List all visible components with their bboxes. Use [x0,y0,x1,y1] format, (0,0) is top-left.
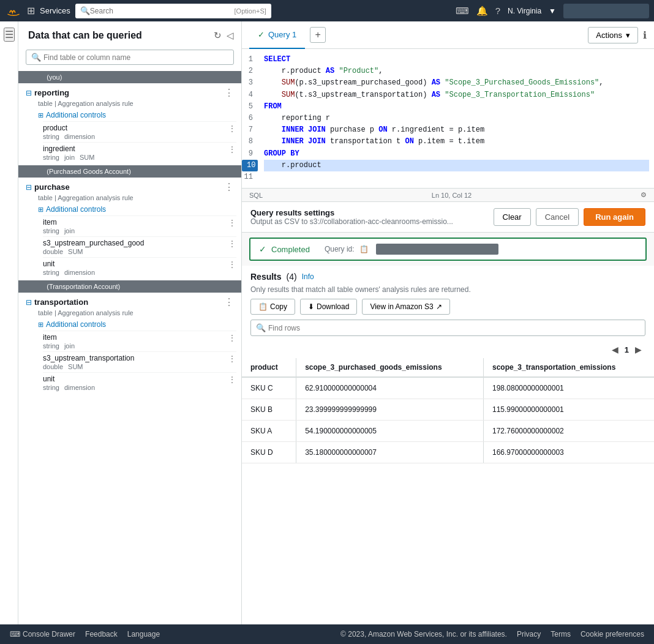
additional-controls-icon-2: ⊞ [38,206,43,214]
bell-icon[interactable]: 🔔 [476,6,488,17]
run-again-button[interactable]: Run again [584,208,645,226]
additional-controls-icon: ⊞ [38,111,43,119]
table-row: SKU B 23.399999999999999 115.99000000000… [242,399,654,421]
col-tag-ti: join [64,342,75,350]
help-icon[interactable]: ? [495,6,500,16]
cancel-button[interactable]: Cancel [536,208,579,226]
collapse-table-purchase[interactable]: ⊟ [26,183,32,192]
clear-button[interactable]: Clear [494,208,531,226]
column-more-product[interactable]: ⋮ [228,124,236,133]
find-rows-box[interactable]: 🔍 [250,320,645,336]
download-button[interactable]: ⬇ Download [300,299,357,315]
results-section: Results (4) Info Only results that match… [242,266,654,624]
cookie-prefs-link[interactable]: Cookie preferences [581,630,644,638]
toggle-nav-button[interactable]: ☰ [4,28,15,42]
line-num-1: 1 [242,54,258,66]
region-selector[interactable]: N. Virginia [508,7,541,15]
column-more-unit-p[interactable]: ⋮ [228,260,236,269]
col-name-unit-p: unit [43,260,228,268]
code-lines[interactable]: SELECT r.product AS "Product", SUM(p.s3_… [264,54,654,183]
results-actions: 📋 Copy ⬇ Download View in Amazon S3 ↗ [242,299,654,320]
copy-button[interactable]: 📋 Copy [250,299,295,315]
line-num-2: 2 [242,66,258,77]
services-link[interactable]: Services [40,6,70,15]
table-more-purchase[interactable]: ⋮ [224,181,234,193]
tab-check-icon: ✓ [258,30,265,39]
view-s3-button[interactable]: View in Amazon S3 ↗ [362,299,449,315]
column-more-ti[interactable]: ⋮ [228,333,236,343]
code-line-4: SUM(t.s3_upstream_transportation) AS "Sc… [264,89,649,101]
tabs-bar: ✓ Query 1 + Actions ▾ ℹ [242,21,654,49]
find-rows-input[interactable] [268,324,640,332]
line-num-4: 4 [242,89,258,101]
additional-controls-label[interactable]: Additional controls [46,111,106,119]
feedback-link[interactable]: Feedback [85,630,118,638]
settings-icon[interactable]: ⚙ [641,191,647,199]
cursor-pos: Ln 10, Col 12 [432,192,472,199]
aws-logo [5,6,22,17]
column-tag-ingredient-1: SUM [80,154,94,161]
additional-controls-label-3[interactable]: Additional controls [46,320,106,329]
column-more[interactable]: ⋮ [228,218,236,228]
add-tab-button[interactable]: + [310,27,326,43]
column-left-product: product string dimension [43,124,228,140]
collapse-table-reporting[interactable]: ⊟ [26,89,32,97]
column-tags-product: string dimension [43,133,228,140]
code-line-5: FROM [264,101,649,113]
additional-controls-label-2[interactable]: Additional controls [46,205,106,214]
console-drawer-button[interactable]: ⌨ Console Drawer [10,630,75,638]
language-link[interactable]: Language [127,630,160,638]
copy-id-button[interactable]: 📋 [359,245,369,253]
column-more-s3t[interactable]: ⋮ [228,354,236,364]
privacy-link[interactable]: Privacy [517,630,541,638]
table-name-transportation: transportation [34,298,222,307]
table-row: SKU C 62.910000000000004 198.08000000000… [242,377,654,399]
table-more-reporting[interactable]: ⋮ [224,87,234,99]
code-editor: 1 2 3 4 5 6 7 8 9 10 11 SELECT r.product… [242,49,654,202]
line-num-9: 9 [242,148,258,160]
account-selector[interactable] [563,4,649,18]
additional-controls-reporting[interactable]: ⊞ Additional controls [38,109,236,121]
table-item-purchase: ⊟ purchase ⋮ table | Aggregation analysi… [26,179,236,278]
grid-icon[interactable]: ⊞ [27,5,35,17]
additional-controls-transport[interactable]: ⊞ Additional controls [38,318,236,331]
info-button[interactable]: ℹ [643,29,647,41]
tab-query1[interactable]: ✓ Query 1 [249,21,305,49]
top-nav: ⊞ Services 🔍 [Option+S] ⌨ 🔔 ? N. Virgini… [0,0,654,21]
view-s3-label: View in Amazon S3 [370,302,433,311]
col-name-s3p: s3_upstream_purchased_good [43,239,228,247]
cell-product: SKU C [242,377,296,399]
download-icon: ⬇ [308,302,314,311]
search-icon: 🔍 [31,53,41,62]
actions-button[interactable]: Actions ▾ [588,27,638,43]
results-header: Results (4) Info [242,266,654,285]
search-input[interactable] [90,7,232,15]
column-more-ingredient[interactable]: ⋮ [228,144,236,154]
collapse-button[interactable]: ◁ [227,30,234,41]
collapse-table-transport[interactable]: ⊟ [26,298,32,307]
region-arrow: ▼ [549,7,556,15]
results-subtitle: Only results that match all table owners… [242,285,654,299]
refresh-button[interactable]: ↻ [214,30,222,41]
code-line-6: reporting r [264,113,649,124]
terminal-icon[interactable]: ⌨ [456,6,469,17]
results-info-link[interactable]: Info [302,272,314,281]
cell-product: SKU A [242,421,296,442]
completed-bar: ✓ Completed Query id: 📋 [249,238,647,261]
column-search-box[interactable]: 🔍 [26,50,234,65]
search-icon: 🔍 [80,6,90,15]
column-more-s3p[interactable]: ⋮ [228,239,236,249]
column-more-unit-t[interactable]: ⋮ [228,375,236,384]
prev-page-button[interactable]: ◀ [608,343,622,356]
code-area[interactable]: 1 2 3 4 5 6 7 8 9 10 11 SELECT r.product… [242,49,654,188]
additional-controls-purchase[interactable]: ⊞ Additional controls [38,203,236,215]
code-line-1: SELECT [264,54,649,66]
global-search[interactable]: 🔍 [Option+S] [75,4,271,18]
next-page-button[interactable]: ▶ [631,343,645,356]
column-dim-product: dimension [64,133,95,140]
table-more-transportation[interactable]: ⋮ [224,296,234,308]
terms-link[interactable]: Terms [551,630,571,638]
column-search-input[interactable] [43,53,228,62]
code-status-bar: SQL Ln 10, Col 12 ⚙ [242,188,654,201]
console-drawer-label[interactable]: Console Drawer [23,630,75,638]
